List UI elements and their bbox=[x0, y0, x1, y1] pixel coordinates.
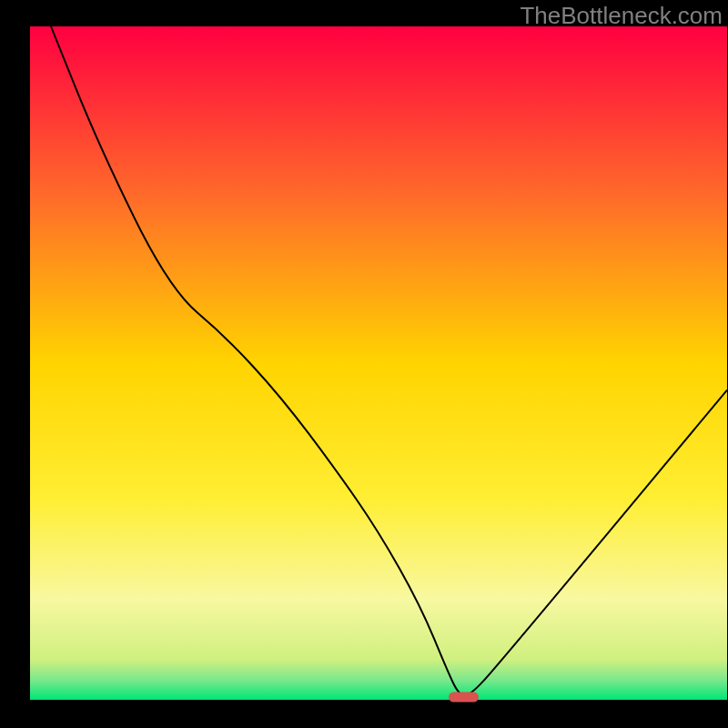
chart-svg bbox=[0, 0, 728, 728]
watermark-text: TheBottleneck.com bbox=[520, 2, 723, 30]
chart-container: TheBottleneck.com bbox=[0, 0, 728, 728]
optimal-marker bbox=[449, 692, 479, 702]
plot-background bbox=[30, 26, 727, 700]
